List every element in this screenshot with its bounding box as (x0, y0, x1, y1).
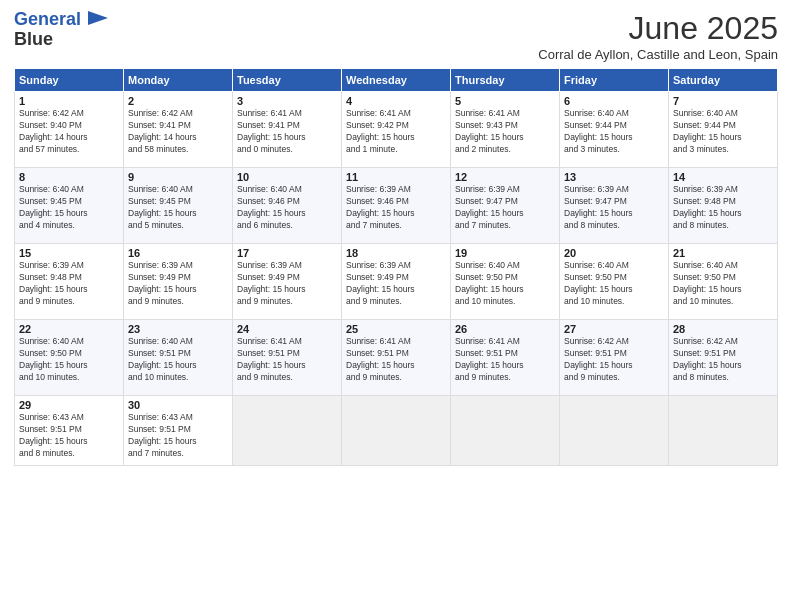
calendar-week-row: 8Sunrise: 6:40 AM Sunset: 9:45 PM Daylig… (15, 168, 778, 244)
day-number: 15 (19, 247, 119, 259)
day-info: Sunrise: 6:40 AM Sunset: 9:50 PM Dayligh… (455, 260, 555, 308)
day-info: Sunrise: 6:39 AM Sunset: 9:49 PM Dayligh… (346, 260, 446, 308)
day-number: 23 (128, 323, 228, 335)
table-row: 1Sunrise: 6:42 AM Sunset: 9:40 PM Daylig… (15, 92, 124, 168)
day-number: 4 (346, 95, 446, 107)
day-info: Sunrise: 6:43 AM Sunset: 9:51 PM Dayligh… (19, 412, 119, 460)
page-header: General Blue June 2025 Corral de Ayllon,… (14, 10, 778, 62)
header-monday: Monday (124, 69, 233, 92)
logo-general: General (14, 9, 81, 29)
day-number: 11 (346, 171, 446, 183)
table-row: 13Sunrise: 6:39 AM Sunset: 9:47 PM Dayli… (560, 168, 669, 244)
day-number: 28 (673, 323, 773, 335)
day-number: 8 (19, 171, 119, 183)
table-row: 24Sunrise: 6:41 AM Sunset: 9:51 PM Dayli… (233, 320, 342, 396)
day-number: 20 (564, 247, 664, 259)
day-number: 19 (455, 247, 555, 259)
day-number: 30 (128, 399, 228, 411)
day-number: 12 (455, 171, 555, 183)
day-info: Sunrise: 6:41 AM Sunset: 9:41 PM Dayligh… (237, 108, 337, 156)
location-subtitle: Corral de Ayllon, Castille and Leon, Spa… (538, 47, 778, 62)
day-info: Sunrise: 6:41 AM Sunset: 9:51 PM Dayligh… (346, 336, 446, 384)
logo-text: General (14, 10, 108, 30)
table-row: 26Sunrise: 6:41 AM Sunset: 9:51 PM Dayli… (451, 320, 560, 396)
day-info: Sunrise: 6:40 AM Sunset: 9:50 PM Dayligh… (564, 260, 664, 308)
svg-marker-0 (88, 11, 108, 25)
table-row: 3Sunrise: 6:41 AM Sunset: 9:41 PM Daylig… (233, 92, 342, 168)
day-info: Sunrise: 6:40 AM Sunset: 9:45 PM Dayligh… (128, 184, 228, 232)
day-number: 10 (237, 171, 337, 183)
table-row: 28Sunrise: 6:42 AM Sunset: 9:51 PM Dayli… (669, 320, 778, 396)
table-row: 11Sunrise: 6:39 AM Sunset: 9:46 PM Dayli… (342, 168, 451, 244)
day-info: Sunrise: 6:40 AM Sunset: 9:50 PM Dayligh… (673, 260, 773, 308)
table-row: 30Sunrise: 6:43 AM Sunset: 9:51 PM Dayli… (124, 396, 233, 466)
day-info: Sunrise: 6:41 AM Sunset: 9:51 PM Dayligh… (237, 336, 337, 384)
header-tuesday: Tuesday (233, 69, 342, 92)
table-row: 25Sunrise: 6:41 AM Sunset: 9:51 PM Dayli… (342, 320, 451, 396)
table-row: 27Sunrise: 6:42 AM Sunset: 9:51 PM Dayli… (560, 320, 669, 396)
month-title: June 2025 (538, 10, 778, 47)
day-info: Sunrise: 6:40 AM Sunset: 9:51 PM Dayligh… (128, 336, 228, 384)
day-info: Sunrise: 6:40 AM Sunset: 9:46 PM Dayligh… (237, 184, 337, 232)
table-row: 5Sunrise: 6:41 AM Sunset: 9:43 PM Daylig… (451, 92, 560, 168)
logo: General Blue (14, 10, 108, 50)
calendar-header-row: Sunday Monday Tuesday Wednesday Thursday… (15, 69, 778, 92)
day-info: Sunrise: 6:39 AM Sunset: 9:49 PM Dayligh… (237, 260, 337, 308)
table-row: 4Sunrise: 6:41 AM Sunset: 9:42 PM Daylig… (342, 92, 451, 168)
calendar-week-row: 29Sunrise: 6:43 AM Sunset: 9:51 PM Dayli… (15, 396, 778, 466)
day-info: Sunrise: 6:42 AM Sunset: 9:40 PM Dayligh… (19, 108, 119, 156)
day-info: Sunrise: 6:42 AM Sunset: 9:51 PM Dayligh… (673, 336, 773, 384)
header-wednesday: Wednesday (342, 69, 451, 92)
table-row: 2Sunrise: 6:42 AM Sunset: 9:41 PM Daylig… (124, 92, 233, 168)
calendar-page: General Blue June 2025 Corral de Ayllon,… (0, 0, 792, 612)
day-info: Sunrise: 6:42 AM Sunset: 9:51 PM Dayligh… (564, 336, 664, 384)
table-row: 18Sunrise: 6:39 AM Sunset: 9:49 PM Dayli… (342, 244, 451, 320)
logo-blue: Blue (14, 30, 53, 50)
day-info: Sunrise: 6:40 AM Sunset: 9:50 PM Dayligh… (19, 336, 119, 384)
day-number: 18 (346, 247, 446, 259)
header-saturday: Saturday (669, 69, 778, 92)
table-row: 12Sunrise: 6:39 AM Sunset: 9:47 PM Dayli… (451, 168, 560, 244)
day-info: Sunrise: 6:42 AM Sunset: 9:41 PM Dayligh… (128, 108, 228, 156)
table-row: 14Sunrise: 6:39 AM Sunset: 9:48 PM Dayli… (669, 168, 778, 244)
header-friday: Friday (560, 69, 669, 92)
day-number: 6 (564, 95, 664, 107)
table-row: 22Sunrise: 6:40 AM Sunset: 9:50 PM Dayli… (15, 320, 124, 396)
day-info: Sunrise: 6:39 AM Sunset: 9:47 PM Dayligh… (564, 184, 664, 232)
calendar-week-row: 15Sunrise: 6:39 AM Sunset: 9:48 PM Dayli… (15, 244, 778, 320)
table-row (451, 396, 560, 466)
day-number: 13 (564, 171, 664, 183)
day-number: 7 (673, 95, 773, 107)
table-row: 20Sunrise: 6:40 AM Sunset: 9:50 PM Dayli… (560, 244, 669, 320)
table-row: 6Sunrise: 6:40 AM Sunset: 9:44 PM Daylig… (560, 92, 669, 168)
table-row: 7Sunrise: 6:40 AM Sunset: 9:44 PM Daylig… (669, 92, 778, 168)
day-number: 2 (128, 95, 228, 107)
day-number: 25 (346, 323, 446, 335)
table-row (669, 396, 778, 466)
table-row: 21Sunrise: 6:40 AM Sunset: 9:50 PM Dayli… (669, 244, 778, 320)
title-section: June 2025 Corral de Ayllon, Castille and… (538, 10, 778, 62)
header-thursday: Thursday (451, 69, 560, 92)
day-number: 3 (237, 95, 337, 107)
day-number: 14 (673, 171, 773, 183)
day-info: Sunrise: 6:41 AM Sunset: 9:43 PM Dayligh… (455, 108, 555, 156)
day-number: 21 (673, 247, 773, 259)
calendar-week-row: 1Sunrise: 6:42 AM Sunset: 9:40 PM Daylig… (15, 92, 778, 168)
logo-flag-icon (88, 11, 108, 25)
day-info: Sunrise: 6:39 AM Sunset: 9:48 PM Dayligh… (19, 260, 119, 308)
day-number: 26 (455, 323, 555, 335)
calendar-table: Sunday Monday Tuesday Wednesday Thursday… (14, 68, 778, 466)
table-row: 23Sunrise: 6:40 AM Sunset: 9:51 PM Dayli… (124, 320, 233, 396)
day-info: Sunrise: 6:43 AM Sunset: 9:51 PM Dayligh… (128, 412, 228, 460)
day-info: Sunrise: 6:39 AM Sunset: 9:47 PM Dayligh… (455, 184, 555, 232)
table-row: 15Sunrise: 6:39 AM Sunset: 9:48 PM Dayli… (15, 244, 124, 320)
calendar-week-row: 22Sunrise: 6:40 AM Sunset: 9:50 PM Dayli… (15, 320, 778, 396)
day-info: Sunrise: 6:39 AM Sunset: 9:46 PM Dayligh… (346, 184, 446, 232)
table-row: 19Sunrise: 6:40 AM Sunset: 9:50 PM Dayli… (451, 244, 560, 320)
day-number: 24 (237, 323, 337, 335)
day-number: 9 (128, 171, 228, 183)
table-row (560, 396, 669, 466)
day-info: Sunrise: 6:39 AM Sunset: 9:49 PM Dayligh… (128, 260, 228, 308)
day-info: Sunrise: 6:40 AM Sunset: 9:44 PM Dayligh… (564, 108, 664, 156)
table-row: 9Sunrise: 6:40 AM Sunset: 9:45 PM Daylig… (124, 168, 233, 244)
